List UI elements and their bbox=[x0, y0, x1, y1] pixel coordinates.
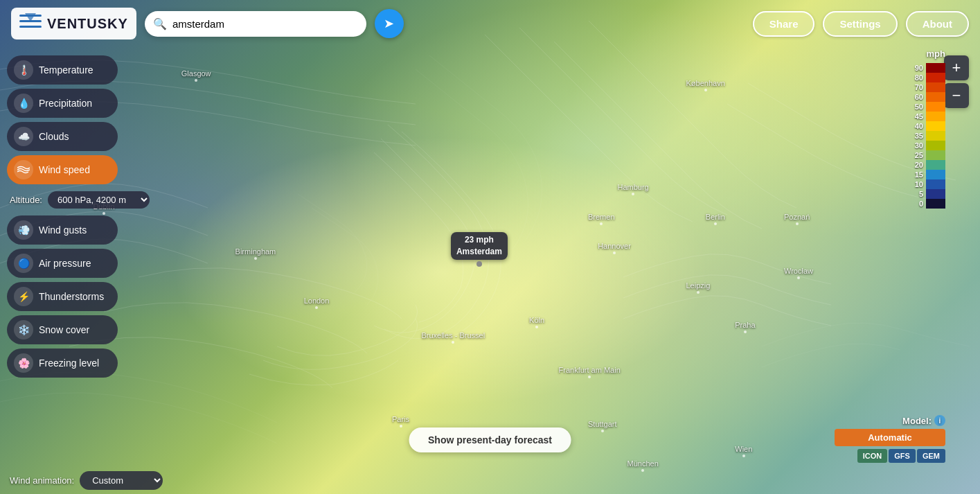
logo-container: VENTUSKY bbox=[11, 8, 136, 39]
layer-wind-gusts-label: Wind gusts bbox=[39, 224, 87, 236]
legend-row: 0 bbox=[911, 199, 945, 209]
legend-value: 20 bbox=[911, 161, 923, 169]
legend-swatch bbox=[926, 179, 945, 189]
layer-freezing-level[interactable]: 🌸 Freezing level bbox=[7, 349, 118, 378]
freezing-level-icon: 🌸 bbox=[14, 353, 33, 373]
legend-row: 60 bbox=[911, 92, 945, 102]
clouds-icon: ☁️ bbox=[14, 127, 33, 146]
bottom-bar: Wind animation: Custom Off Slow Normal F… bbox=[0, 466, 980, 494]
model-automatic[interactable]: Automatic bbox=[835, 429, 945, 446]
logo-icon bbox=[19, 13, 42, 34]
legend-row: 40 bbox=[911, 121, 945, 131]
layer-thunderstorms-label: Thunderstorms bbox=[39, 291, 104, 302]
legend-swatch bbox=[926, 92, 945, 102]
legend-value: 40 bbox=[911, 122, 923, 130]
layer-precipitation-label: Precipitation bbox=[39, 98, 92, 109]
legend-row: 25 bbox=[911, 150, 945, 160]
legend-row: 80 bbox=[911, 73, 945, 82]
amsterdam-marker[interactable]: 23 mph Amsterdam bbox=[451, 232, 508, 267]
legend-swatch bbox=[926, 170, 945, 179]
legend-swatch bbox=[926, 189, 945, 199]
share-button[interactable]: Share bbox=[753, 11, 815, 37]
wind-speed-icon bbox=[14, 160, 33, 179]
layer-freezing-level-label: Freezing level bbox=[39, 358, 99, 369]
model-options: ICON GFS GEM bbox=[857, 449, 945, 463]
legend-swatch bbox=[926, 199, 945, 209]
precipitation-icon: 💧 bbox=[14, 94, 33, 113]
model-icon[interactable]: ICON bbox=[857, 449, 888, 463]
layer-clouds[interactable]: ☁️ Clouds bbox=[7, 122, 118, 151]
legend-value: 10 bbox=[911, 180, 923, 188]
legend-value: 45 bbox=[911, 112, 923, 121]
legend-row: 35 bbox=[911, 131, 945, 141]
snow-cover-icon: ❄️ bbox=[14, 320, 33, 339]
legend-value: 60 bbox=[911, 93, 923, 101]
wind-animation-label: Wind animation: bbox=[10, 475, 74, 486]
layer-thunderstorms[interactable]: ⚡ Thunderstorms bbox=[7, 282, 118, 311]
legend-swatch bbox=[926, 63, 945, 73]
layer-temperature[interactable]: 🌡️ Temperature bbox=[7, 55, 118, 85]
legend-row: 15 bbox=[911, 170, 945, 179]
model-section: Model: i Automatic ICON GFS GEM bbox=[835, 415, 945, 463]
legend: mph 90 80 70 60 50 45 40 35 30 25 20 15 … bbox=[890, 48, 945, 463]
legend-value: 5 bbox=[911, 190, 923, 198]
legend-row: 70 bbox=[911, 82, 945, 92]
layer-air-pressure[interactable]: 🔵 Air pressure bbox=[7, 249, 118, 278]
legend-value: 90 bbox=[911, 64, 923, 72]
layer-temperature-label: Temperature bbox=[39, 64, 93, 76]
model-gfs[interactable]: GFS bbox=[889, 449, 916, 463]
layer-wind-speed[interactable]: Wind speed bbox=[7, 155, 118, 184]
layer-wind-speed-label: Wind speed bbox=[39, 164, 90, 175]
legend-value: 25 bbox=[911, 151, 923, 159]
legend-swatch bbox=[926, 82, 945, 92]
about-button[interactable]: About bbox=[906, 11, 969, 37]
legend-swatch bbox=[926, 112, 945, 121]
legend-value: 0 bbox=[911, 200, 923, 208]
search-input[interactable] bbox=[145, 11, 366, 37]
layer-snow-cover[interactable]: ❄️ Snow cover bbox=[7, 315, 118, 344]
amsterdam-dot bbox=[476, 261, 482, 267]
legend-swatch bbox=[926, 131, 945, 141]
zoom-controls: + − bbox=[944, 55, 969, 108]
legend-title: mph bbox=[927, 48, 945, 59]
search-container: 🔍 bbox=[145, 11, 366, 37]
legend-scale: 90 80 70 60 50 45 40 35 30 25 20 15 10 5 bbox=[911, 63, 945, 209]
model-gem[interactable]: GEM bbox=[917, 449, 945, 463]
legend-swatch bbox=[926, 141, 945, 150]
layer-precipitation[interactable]: 💧 Precipitation bbox=[7, 89, 118, 118]
zoom-in-button[interactable]: + bbox=[944, 55, 969, 80]
search-icon: 🔍 bbox=[153, 17, 167, 30]
svg-rect-2 bbox=[19, 26, 42, 28]
wind-animation-select[interactable]: Custom Off Slow Normal Fast bbox=[80, 471, 163, 490]
temperature-icon: 🌡️ bbox=[14, 60, 33, 80]
header: VENTUSKY 🔍 ➤ Share Settings About bbox=[0, 0, 980, 47]
legend-row: 10 bbox=[911, 179, 945, 189]
wind-gusts-icon: 💨 bbox=[14, 220, 33, 240]
legend-swatch bbox=[926, 73, 945, 82]
legend-value: 15 bbox=[911, 170, 923, 179]
location-button[interactable]: ➤ bbox=[375, 9, 404, 38]
legend-row: 45 bbox=[911, 112, 945, 121]
altitude-label: Altitude: bbox=[10, 195, 42, 205]
legend-row: 30 bbox=[911, 141, 945, 150]
logo-text: VENTUSKY bbox=[47, 16, 128, 32]
layer-clouds-label: Clouds bbox=[39, 131, 69, 142]
legend-swatch bbox=[926, 160, 945, 170]
legend-row: 50 bbox=[911, 102, 945, 112]
altitude-row: Altitude: 600 hPa, 4200 m Surface 200 hP… bbox=[7, 188, 173, 211]
amsterdam-label: 23 mph Amsterdam bbox=[451, 232, 508, 260]
layer-wind-gusts[interactable]: 💨 Wind gusts bbox=[7, 215, 118, 245]
air-pressure-icon: 🔵 bbox=[14, 254, 33, 273]
model-info-icon[interactable]: i bbox=[934, 415, 945, 426]
forecast-button[interactable]: Show present-day forecast bbox=[409, 427, 571, 452]
model-label: Model: i bbox=[902, 415, 945, 426]
layer-snow-cover-label: Snow cover bbox=[39, 324, 89, 335]
legend-value: 80 bbox=[911, 73, 923, 82]
zoom-out-button[interactable]: − bbox=[944, 83, 969, 108]
legend-row: 20 bbox=[911, 160, 945, 170]
legend-swatch bbox=[926, 150, 945, 160]
settings-button[interactable]: Settings bbox=[823, 11, 897, 37]
layer-air-pressure-label: Air pressure bbox=[39, 258, 91, 269]
legend-value: 50 bbox=[911, 103, 923, 111]
altitude-select[interactable]: 600 hPa, 4200 m Surface 200 hPa, 12000 m… bbox=[48, 191, 150, 209]
